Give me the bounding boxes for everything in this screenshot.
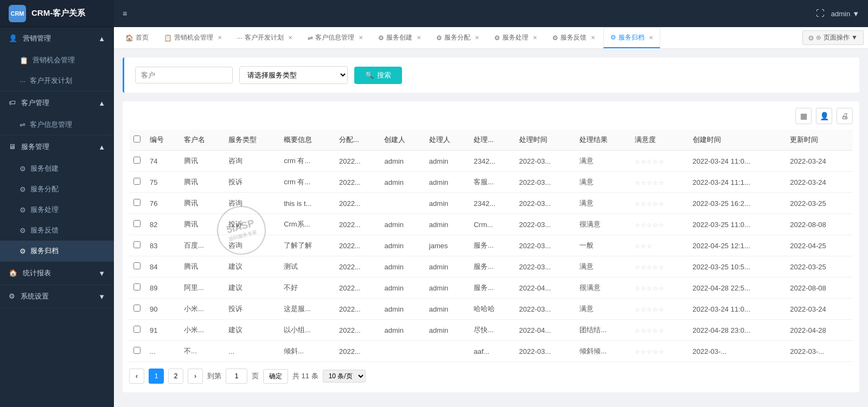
cell-create-time: 2022-04-25 12:1... xyxy=(688,235,786,256)
sidebar-group-stats-header[interactable]: 🏠 统计报表 ▼ xyxy=(0,262,114,285)
select-all-checkbox[interactable] xyxy=(133,135,141,143)
sidebar-item-service-process[interactable]: ⚙ 服务处理 xyxy=(0,199,114,220)
cell-id: 89 xyxy=(145,277,180,299)
sidebar-item-customer-dev[interactable]: ··· 客户开发计划 xyxy=(0,70,114,91)
col-result: 处理结果 xyxy=(575,130,630,151)
cell-creator: admin xyxy=(380,320,424,341)
row-checkbox[interactable] xyxy=(133,199,141,206)
sidebar-item-customer-info[interactable]: ⇌ 客户信息管理 xyxy=(0,114,114,135)
cell-create-time: 2022-03-24 11:0... xyxy=(688,299,786,320)
table-row: 91 小米... 建议 以小组... 2022... admin admin 尽… xyxy=(129,320,853,341)
cell-summary: Crm系... xyxy=(279,214,335,235)
cell-service-type: 建议 xyxy=(224,277,279,299)
cell-id: 74 xyxy=(145,151,180,172)
row-checkbox[interactable] xyxy=(133,347,141,354)
goto-confirm-button[interactable]: 确定 xyxy=(263,369,288,384)
page-content: 请选择服务类型 咨询 投诉 建议 🔍 搜索 ▦ 👤 🖨 xyxy=(114,49,868,407)
page-2-button[interactable]: 2 xyxy=(168,369,183,384)
sidebar-group-marketing-header[interactable]: 👤 营销管理 ▲ xyxy=(0,27,114,50)
service-archive-icon: ⚙ xyxy=(20,247,26,255)
row-checkbox[interactable] xyxy=(133,283,141,290)
row-checkbox[interactable] xyxy=(133,157,141,164)
cell-id: ... xyxy=(145,341,180,362)
cell-service-type: 建议 xyxy=(224,256,279,277)
sidebar-item-service-create[interactable]: ⚙ 服务创建 xyxy=(0,158,114,179)
tab-customer-dev[interactable]: ··· 客户开发计划 ✕ xyxy=(230,28,299,48)
tab-service-create[interactable]: ⚙ 服务创建 ✕ xyxy=(371,28,428,48)
cell-handle-time: 2022-03... xyxy=(515,214,576,235)
export-icon: 👤 xyxy=(820,112,829,120)
service-archive-tab-icon: ⚙ xyxy=(610,34,616,41)
page-size-select[interactable]: 10 条/页 20 条/页 50 条/页 xyxy=(323,370,366,383)
column-settings-icon: ▦ xyxy=(800,112,807,120)
cell-handle-detail: 客服... xyxy=(469,172,515,193)
cell-creator xyxy=(380,193,424,214)
expand-button[interactable]: ⛶ xyxy=(816,9,825,18)
row-checkbox[interactable] xyxy=(133,178,141,185)
row-checkbox-cell xyxy=(129,151,145,172)
cell-handle-detail: 2342... xyxy=(469,151,515,172)
cell-create-time: 2022-04-28 22:5... xyxy=(688,277,786,299)
col-customer: 客户名 xyxy=(180,130,224,151)
tab-customer-info-close[interactable]: ✕ xyxy=(359,35,363,41)
tab-home[interactable]: 🏠 首页 xyxy=(118,28,156,48)
tab-service-archive-close[interactable]: ✕ xyxy=(649,35,653,41)
pagination: ‹ 1 2 › 到第 页 确定 共 11 条 10 条 xyxy=(129,362,853,386)
cell-handler: james xyxy=(425,235,469,256)
topbar-menu[interactable]: ≡ xyxy=(123,9,127,18)
tab-service-archive[interactable]: ⚙ 服务归档 ✕ xyxy=(603,28,660,48)
row-checkbox[interactable] xyxy=(133,241,141,248)
service-type-select[interactable]: 请选择服务类型 咨询 投诉 建议 xyxy=(239,66,348,84)
tab-marketing-close[interactable]: ✕ xyxy=(218,35,222,41)
cell-result: 满意 xyxy=(575,256,630,277)
row-checkbox[interactable] xyxy=(133,220,141,227)
search-bar: 请选择服务类型 咨询 投诉 建议 🔍 搜索 xyxy=(123,57,859,93)
tab-service-feedback-close[interactable]: ✕ xyxy=(591,35,595,41)
search-button[interactable]: 🔍 搜索 xyxy=(354,67,402,84)
print-button[interactable]: 🖨 xyxy=(837,108,853,124)
export-button[interactable]: 👤 xyxy=(816,108,832,124)
service-process-icon: ⚙ xyxy=(20,206,26,214)
tab-customer-info[interactable]: ⇌ 客户信息管理 ✕ xyxy=(301,28,370,48)
sidebar-item-service-archive[interactable]: ⚙ 服务归档 xyxy=(0,241,114,261)
tab-service-create-close[interactable]: ✕ xyxy=(417,35,421,41)
page-1-button[interactable]: 1 xyxy=(149,369,164,384)
sidebar-item-service-feedback[interactable]: ⚙ 服务反馈 xyxy=(0,220,114,241)
tab-service-feedback[interactable]: ⚙ 服务反馈 ✕ xyxy=(545,28,602,48)
sidebar-group-customer-header[interactable]: 🏷 客户管理 ▲ xyxy=(0,92,114,114)
page-actions-button[interactable]: ⊙ ⊙ 页面操作 ▼ xyxy=(802,30,864,45)
column-settings-button[interactable]: ▦ xyxy=(795,108,812,124)
customer-search-input[interactable] xyxy=(135,67,233,83)
tab-customer-dev-close[interactable]: ✕ xyxy=(288,35,292,41)
row-checkbox-cell xyxy=(129,235,145,256)
sidebar-item-opportunity[interactable]: 📋 营销机会管理 xyxy=(0,50,114,70)
col-handle-detail: 处理... xyxy=(469,130,515,151)
next-page-button[interactable]: › xyxy=(188,369,203,384)
tab-service-process-close[interactable]: ✕ xyxy=(533,35,537,41)
table-row: 74 腾讯 咨询 crm 有... 2022... admin admin 23… xyxy=(129,151,853,172)
tab-marketing[interactable]: 📋 营销机会管理 ✕ xyxy=(157,28,229,48)
tab-service-assign[interactable]: ⚙ 服务分配 ✕ xyxy=(429,28,486,48)
sidebar-group-service-header[interactable]: 🖥 服务管理 ▲ xyxy=(0,135,114,158)
table-header-row: 编号 客户名 服务类型 概要信息 分配... 创建人 处理人 处理... 处理时… xyxy=(129,130,853,151)
cell-service-type: 投诉 xyxy=(224,172,279,193)
cell-satisfaction: ☆☆☆☆☆ xyxy=(630,341,688,362)
goto-page-input[interactable] xyxy=(226,369,247,384)
sidebar-item-service-assign[interactable]: ⚙ 服务分配 xyxy=(0,179,114,199)
prev-page-button[interactable]: ‹ xyxy=(129,369,144,384)
sidebar-group-settings-header[interactable]: ⚙ 系统设置 ▼ xyxy=(0,285,114,308)
tab-service-assign-close[interactable]: ✕ xyxy=(475,35,479,41)
row-checkbox[interactable] xyxy=(133,305,141,312)
marketing-tab-icon: 📋 xyxy=(164,34,172,42)
cell-summary: 测试 xyxy=(279,256,335,277)
tab-service-process[interactable]: ⚙ 服务处理 ✕ xyxy=(487,28,544,48)
cell-update-time: 2022-03-24 xyxy=(786,151,853,172)
cell-create-time: 2022-03-25 11:0... xyxy=(688,214,786,235)
row-checkbox-cell xyxy=(129,341,145,362)
user-menu[interactable]: admin ▼ xyxy=(831,10,859,18)
row-checkbox[interactable] xyxy=(133,262,141,269)
cell-handle-time: 2022-03... xyxy=(515,341,576,362)
cell-satisfaction: ☆☆☆ xyxy=(630,235,688,256)
cell-customer: 腾讯 xyxy=(180,256,224,277)
row-checkbox[interactable] xyxy=(133,326,141,333)
